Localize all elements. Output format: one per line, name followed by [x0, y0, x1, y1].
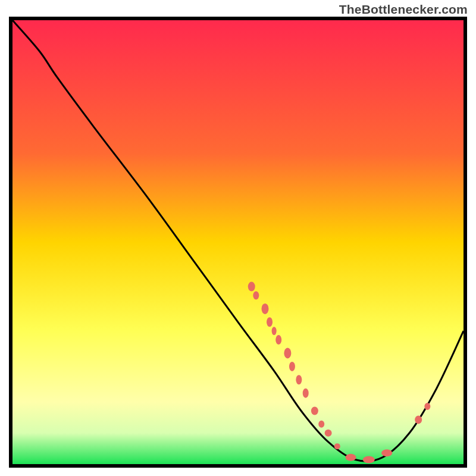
gradient-background: [12, 20, 464, 464]
data-marker: [424, 403, 430, 410]
data-marker: [415, 415, 422, 424]
data-marker: [267, 317, 273, 327]
chart-frame: [9, 17, 467, 468]
data-marker: [346, 454, 356, 461]
data-marker: [275, 335, 281, 345]
data-marker: [272, 327, 277, 335]
data-marker: [261, 303, 268, 314]
data-marker: [289, 362, 295, 371]
data-marker: [303, 389, 309, 398]
data-marker: [363, 456, 375, 464]
data-marker: [318, 421, 324, 428]
data-marker: [284, 348, 291, 359]
data-marker: [325, 430, 332, 437]
chart-container: TheBottlenecker.com: [0, 0, 476, 476]
data-marker: [248, 282, 255, 292]
data-marker: [253, 292, 259, 300]
data-marker: [381, 449, 392, 456]
watermark-text: TheBottlenecker.com: [339, 2, 468, 17]
data-marker: [334, 443, 340, 449]
data-marker: [296, 375, 302, 384]
data-marker: [311, 406, 318, 415]
chart-plot: [12, 20, 464, 464]
